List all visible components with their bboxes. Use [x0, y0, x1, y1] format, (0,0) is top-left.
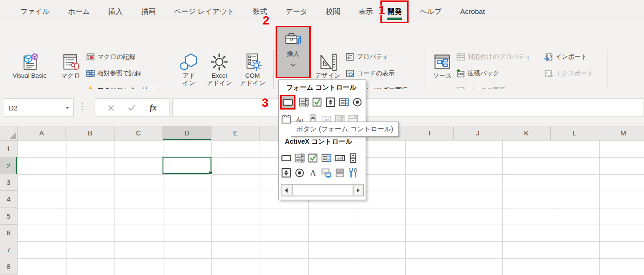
- menu-tab-6[interactable]: 数式: [244, 7, 277, 17]
- add-ins-icon: [179, 52, 199, 72]
- name-box[interactable]: D2: [4, 98, 74, 117]
- activex-image-control[interactable]: [320, 167, 332, 178]
- activex-spinbutton-icon: [348, 153, 359, 164]
- menu-tab-8[interactable]: 校閲: [317, 7, 349, 17]
- row-header-1[interactable]: 1: [0, 141, 18, 157]
- scroll-left-button[interactable]: [281, 185, 291, 196]
- visual-basic-button[interactable]: Visual Basic: [4, 50, 55, 79]
- form-spinbutton-icon: [325, 97, 336, 108]
- select-all-triangle-icon: [9, 132, 16, 139]
- fill-handle[interactable]: [209, 171, 212, 175]
- xml-source-button[interactable]: ソース: [429, 50, 455, 79]
- design-mode-label-line1: デザイン: [315, 72, 340, 79]
- row-header-3[interactable]: 3: [0, 174, 18, 191]
- properties-label: プロパティ: [357, 53, 389, 61]
- activex-textbox-control[interactable]: abl: [334, 152, 345, 164]
- row-header-8[interactable]: 8: [0, 258, 18, 275]
- activex-label-control[interactable]: A: [307, 167, 319, 178]
- relative-references-label: 相対参照で記録: [97, 69, 141, 78]
- select-all-corner[interactable]: [0, 126, 18, 141]
- column-header-m[interactable]: M: [599, 126, 644, 141]
- excel-add-ins-label-line1: Excel: [211, 72, 227, 79]
- form-optionbutton-control[interactable]: [351, 97, 363, 108]
- activex-combobox-control[interactable]: [320, 152, 332, 164]
- activex-commandbutton-control[interactable]: [280, 152, 292, 164]
- view-code-label: コードの表示: [357, 69, 395, 78]
- macros-button[interactable]: マクロ: [57, 50, 84, 79]
- activex-commandbutton-icon: [281, 153, 292, 164]
- menu-tab-3[interactable]: 挿入: [99, 7, 132, 17]
- activex-listbox-control[interactable]: [294, 152, 305, 164]
- column-header-b[interactable]: B: [66, 126, 114, 141]
- column-header-j[interactable]: J: [454, 126, 502, 141]
- column-header-i[interactable]: I: [405, 126, 454, 141]
- form-groupbox-control[interactable]: XYZ: [280, 113, 292, 125]
- map-properties-button: 対応付けのプロパティ: [456, 51, 531, 63]
- activex-optionbutton-control[interactable]: [294, 167, 305, 178]
- dropdown-scrollbar[interactable]: [281, 184, 364, 196]
- form-combobox-control[interactable]: [338, 97, 349, 108]
- activex-spinbutton-control[interactable]: [347, 152, 359, 164]
- export-button: エクスポート: [544, 67, 594, 79]
- relative-references-button[interactable]: 相対参照で記録: [86, 67, 141, 79]
- enter-check-icon[interactable]: [128, 104, 136, 111]
- column-header-d[interactable]: D: [163, 126, 211, 141]
- form-button-control[interactable]: [280, 95, 295, 110]
- name-box-value: D2: [9, 104, 18, 112]
- activex-spinner-control[interactable]: [280, 167, 292, 178]
- import-label: インポート: [555, 53, 587, 61]
- activex-controls-row-1: abl: [280, 152, 359, 164]
- add-ins-button[interactable]: アド イン: [175, 50, 202, 87]
- row-header-5[interactable]: 5: [0, 208, 18, 225]
- scroll-right-button[interactable]: [353, 185, 363, 196]
- svg-text:abl: abl: [337, 156, 342, 160]
- activex-moretools-control[interactable]: [347, 167, 359, 178]
- design-mode-icon: [318, 52, 338, 72]
- activex-togglebutton-control[interactable]: [334, 167, 345, 178]
- insert-controls-button[interactable]: 挿入: [276, 26, 311, 78]
- activex-controls-row-2: A: [280, 167, 359, 178]
- form-spinbutton-control[interactable]: [325, 97, 336, 108]
- formula-input[interactable]: [172, 98, 644, 117]
- excel-add-ins-label-line2: アドイン: [206, 79, 232, 87]
- view-code-button[interactable]: コードの表示: [345, 67, 395, 79]
- gridline: [18, 208, 644, 208]
- view-code-icon: [345, 69, 355, 78]
- menu-tab-7[interactable]: データ: [277, 7, 317, 17]
- activex-checkbox-icon: [307, 153, 319, 164]
- scrollbar-track[interactable]: [292, 185, 352, 196]
- row-header-7[interactable]: 7: [0, 241, 18, 258]
- active-tab-underline: [387, 18, 402, 20]
- excel-add-ins-gear-icon: [209, 52, 229, 72]
- column-header-c[interactable]: C: [114, 126, 163, 141]
- row-header-2[interactable]: 2: [0, 157, 18, 174]
- insert-function-button[interactable]: fx: [150, 103, 156, 113]
- row-header-6[interactable]: 6: [0, 225, 18, 241]
- record-macro-button[interactable]: マクロの記録: [86, 51, 135, 63]
- name-box-dropdown-icon[interactable]: [66, 107, 69, 109]
- row-headers[interactable]: 12345678: [0, 141, 18, 275]
- column-header-a[interactable]: A: [18, 126, 66, 141]
- expansion-packs-button[interactable]: 拡張パック: [456, 67, 499, 79]
- column-header-e[interactable]: E: [211, 126, 260, 141]
- com-add-ins-button[interactable]: COM アドイン: [236, 50, 269, 87]
- menu-tab-9[interactable]: 表示: [349, 7, 382, 17]
- row-header-4[interactable]: 4: [0, 191, 18, 208]
- cancel-icon[interactable]: [108, 104, 114, 111]
- insert-controls-icon: [284, 30, 302, 49]
- selected-cell-d2[interactable]: [163, 157, 211, 174]
- column-header-k[interactable]: K: [502, 126, 551, 141]
- import-button[interactable]: インポート: [544, 51, 587, 63]
- menu-tab-1[interactable]: ファイル: [11, 7, 59, 17]
- form-listbox-control[interactable]: [298, 97, 309, 108]
- menu-tab-11[interactable]: ヘルプ: [410, 7, 451, 17]
- excel-add-ins-button[interactable]: Excel アドイン: [204, 50, 235, 87]
- column-header-l[interactable]: L: [551, 126, 599, 141]
- menu-tab-2[interactable]: ホーム: [59, 7, 99, 17]
- menu-tab-5[interactable]: ページ レイアウト: [165, 7, 244, 17]
- form-checkbox-control[interactable]: [311, 97, 323, 108]
- properties-button[interactable]: プロパティ: [345, 51, 389, 63]
- menu-tab-12[interactable]: Acrobat: [451, 7, 494, 16]
- activex-checkbox-control[interactable]: [307, 152, 319, 164]
- menu-tab-4[interactable]: 描画: [132, 7, 165, 17]
